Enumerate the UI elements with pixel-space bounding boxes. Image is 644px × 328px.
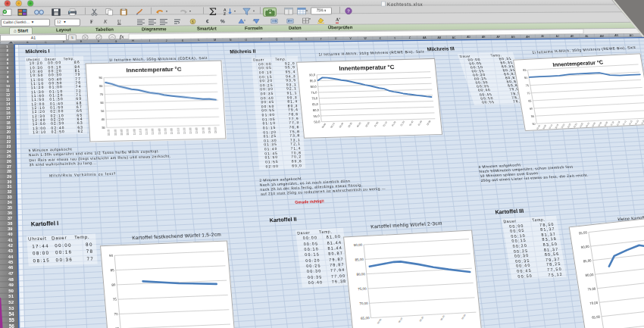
svg-text:40: 40 — [8, 232, 12, 236]
svg-text:AB: AB — [437, 36, 441, 39]
svg-text:01:10: 01:10 — [383, 120, 389, 127]
svg-text:13: 13 — [6, 98, 11, 102]
svg-text:55: 55 — [9, 317, 15, 323]
svg-text:17: 17 — [6, 116, 11, 120]
svg-text:90,00: 90,00 — [354, 243, 363, 248]
svg-text:41: 41 — [8, 238, 12, 242]
svg-text:AN: AN — [614, 34, 618, 37]
svg-text:60,0: 60,0 — [313, 108, 320, 112]
svg-text:60: 60 — [100, 101, 105, 105]
svg-text:01:40: 01:40 — [408, 120, 414, 127]
svg-text:65: 65 — [528, 99, 532, 102]
svg-text:85: 85 — [111, 268, 115, 272]
svg-text:10:50: 10:50 — [127, 130, 130, 136]
svg-text:55,0: 55,0 — [313, 114, 320, 117]
svg-text:AA: AA — [423, 36, 427, 39]
svg-text:90,0: 90,0 — [309, 73, 316, 77]
svg-text:00:20: 00:20 — [419, 316, 425, 323]
svg-text:21: 21 — [7, 136, 11, 139]
svg-text:$: $ — [192, 19, 194, 23]
svg-text:Innentemperatur °C: Innentemperatur °C — [552, 59, 605, 68]
svg-text:11: 11 — [6, 89, 10, 92]
svg-text:80: 80 — [99, 84, 104, 88]
svg-text:01:00: 01:00 — [374, 121, 380, 128]
svg-text:29: 29 — [7, 174, 11, 179]
svg-text:50,0: 50,0 — [314, 120, 320, 123]
svg-text:01:15: 01:15 — [628, 120, 633, 126]
svg-text:45: 45 — [8, 260, 14, 264]
svg-text:51: 51 — [8, 293, 14, 298]
svg-text:56: 56 — [9, 323, 15, 328]
svg-text:80,00: 80,00 — [585, 273, 594, 277]
svg-text:01:10: 01:10 — [622, 120, 627, 126]
svg-text:01:20: 01:20 — [634, 119, 639, 125]
svg-text:46: 46 — [8, 265, 14, 270]
svg-text:.0: .0 — [252, 19, 255, 22]
svg-text:10:20: 10:20 — [108, 130, 111, 136]
svg-text:10:30: 10:30 — [114, 130, 117, 136]
svg-text:95,00: 95,00 — [579, 230, 588, 235]
svg-text:14: 14 — [6, 102, 11, 106]
svg-text:00:10: 00:10 — [330, 122, 336, 129]
svg-text:00:00: 00:00 — [377, 318, 383, 325]
svg-text:90,00: 90,00 — [580, 245, 589, 249]
svg-text:65,0: 65,0 — [312, 102, 319, 106]
svg-text:00:50: 00:50 — [364, 121, 370, 128]
svg-text:90: 90 — [98, 76, 103, 80]
svg-text:70,00: 70,00 — [589, 301, 599, 305]
svg-text:35: 35 — [8, 205, 12, 210]
svg-text:Innentemperatur °C: Innentemperatur °C — [126, 65, 182, 73]
svg-text:43: 43 — [8, 248, 14, 253]
svg-text:AL: AL — [586, 35, 589, 38]
svg-text:50: 50 — [8, 288, 14, 293]
svg-text:AO: AO — [630, 34, 633, 37]
svg-text:75,00: 75,00 — [587, 286, 596, 291]
svg-text:00:25: 00:25 — [567, 123, 572, 129]
svg-text:15: 15 — [6, 107, 11, 111]
svg-text:75,0: 75,0 — [311, 91, 317, 95]
svg-text:37: 37 — [8, 216, 12, 220]
svg-text:J: J — [166, 39, 167, 42]
svg-text:10: 10 — [6, 84, 10, 88]
svg-text:80: 80 — [111, 283, 116, 286]
svg-text:32: 32 — [8, 189, 12, 194]
svg-text:12:00: 12:00 — [170, 128, 174, 134]
svg-text:00:15: 00:15 — [554, 123, 559, 129]
svg-text:12:20: 12:20 — [183, 128, 186, 134]
svg-text:00:00: 00:00 — [321, 122, 327, 129]
svg-text:18: 18 — [6, 121, 11, 125]
svg-text:39: 39 — [8, 226, 12, 231]
svg-text:00:35: 00:35 — [579, 122, 584, 128]
svg-text:44: 44 — [8, 255, 14, 259]
svg-text:00:30: 00:30 — [573, 122, 578, 128]
svg-text:AF: AF — [497, 36, 500, 39]
svg-text:75: 75 — [526, 84, 530, 87]
svg-text:65,00: 65,00 — [592, 314, 601, 319]
svg-text:11:50: 11:50 — [164, 128, 167, 134]
svg-text:12: 12 — [6, 93, 11, 97]
svg-text:00:05: 00:05 — [542, 123, 547, 130]
svg-text:85,0: 85,0 — [310, 79, 317, 83]
svg-text:AH: AH — [526, 36, 530, 39]
svg-text:13:00: 13:00 — [208, 127, 211, 133]
svg-text:AJ: AJ — [556, 35, 559, 38]
svg-text:24: 24 — [7, 149, 11, 154]
svg-text:49: 49 — [8, 283, 14, 287]
svg-text:AC: AC — [452, 36, 456, 39]
svg-text:70: 70 — [100, 92, 105, 96]
svg-text:11:10: 11:10 — [139, 129, 142, 135]
svg-text:12:30: 12:30 — [189, 128, 192, 134]
svg-text:27: 27 — [7, 164, 11, 169]
svg-text:90: 90 — [109, 254, 114, 258]
svg-text:20: 20 — [7, 130, 11, 134]
svg-text:00:20: 00:20 — [560, 123, 565, 129]
svg-text:19: 19 — [7, 126, 11, 130]
svg-text:34: 34 — [8, 200, 12, 205]
svg-text:13:10: 13:10 — [214, 127, 217, 133]
svg-text:00:10: 00:10 — [398, 317, 404, 323]
svg-text:00:40: 00:40 — [356, 121, 362, 128]
svg-text:50: 50 — [532, 123, 536, 126]
svg-text:70: 70 — [527, 92, 530, 95]
svg-text:80,0: 80,0 — [310, 85, 317, 89]
svg-text:02:00: 02:00 — [426, 120, 432, 127]
